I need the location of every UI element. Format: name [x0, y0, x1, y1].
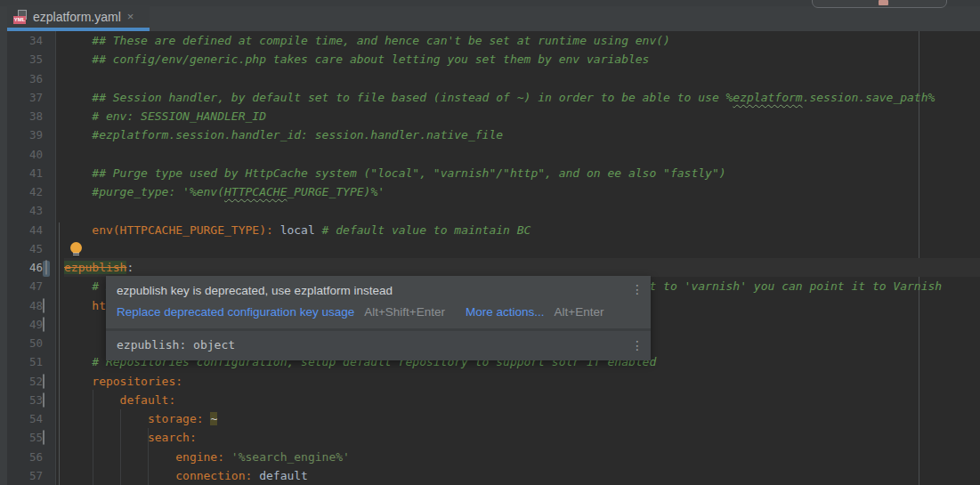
fold-column	[43, 164, 64, 182]
code-segment: connection:	[64, 469, 252, 482]
line-number: 39	[0, 125, 43, 144]
fold-active-region[interactable]	[43, 261, 50, 277]
line-number: 34	[0, 31, 43, 50]
active-tab-underline	[7, 28, 150, 31]
code-text[interactable]: ## These are defined at compile time, an…	[64, 31, 980, 50]
code-line[interactable]: 36	[0, 69, 980, 88]
fold-collapse-icon[interactable]	[43, 430, 45, 445]
code-text[interactable]: ezpublish:	[64, 258, 980, 277]
line-number: 57	[0, 466, 43, 485]
more-actions-shortcut: Alt+Enter	[555, 304, 604, 320]
code-line[interactable]: 55 search:	[0, 428, 980, 447]
line-number: 48	[0, 296, 43, 315]
line-number: 54	[0, 409, 43, 428]
editor-tab-bar: YML ezplatform.yaml ×	[0, 0, 980, 31]
code-text[interactable]: ## Session handler, by default set to fi…	[64, 88, 980, 107]
line-number: 36	[0, 69, 43, 88]
overflow-menu-icon[interactable]: ⋮	[631, 282, 644, 296]
code-segment: search:	[64, 431, 197, 444]
fold-column	[43, 448, 64, 466]
fold-collapse-icon[interactable]	[43, 374, 45, 389]
code-segment: .session.save_path%	[803, 91, 935, 104]
code-text[interactable]	[64, 201, 980, 220]
line-number: 56	[0, 448, 43, 466]
doc-line: ezpublish: object	[117, 337, 631, 353]
line-number: 46	[0, 258, 43, 277]
code-text[interactable]: #purge_type: '%env(HTTPCACHE_PURGE_TYPE)…	[64, 182, 980, 201]
fold-collapse-icon[interactable]	[43, 298, 45, 313]
line-number: 49	[0, 315, 43, 334]
line-number: 40	[0, 145, 43, 164]
code-line[interactable]: 44 env(HTTPCACHE_PURGE_TYPE): local # de…	[0, 221, 980, 239]
code-line[interactable]: 35 ## config/env/generic.php takes care …	[0, 50, 980, 69]
fold-column	[43, 221, 64, 239]
quick-fix-shortcut: Alt+Shift+Enter	[364, 304, 445, 320]
code-line[interactable]: 56 engine: '%search_engine%'	[0, 448, 980, 466]
code-text[interactable]: connection: default	[64, 466, 980, 485]
code-line[interactable]: 57 connection: default	[0, 466, 980, 485]
overflow-menu-icon[interactable]: ⋮	[631, 338, 644, 352]
tab-ezplatform-yaml[interactable]: YML ezplatform.yaml ×	[7, 5, 150, 28]
line-number: 50	[0, 334, 43, 352]
code-text[interactable]	[64, 69, 980, 88]
code-line[interactable]: 37 ## Session handler, by default set to…	[0, 88, 980, 107]
code-text[interactable]: ## Purge type used by HttpCache system (…	[64, 164, 980, 182]
code-segment: ezplatform	[733, 91, 802, 104]
fold-column	[43, 391, 64, 409]
fold-column	[43, 31, 64, 50]
code-line[interactable]: 41 ## Purge type used by HttpCache syste…	[0, 164, 980, 182]
toolbar-widget[interactable]	[812, 0, 947, 8]
code-line[interactable]: 53 default:	[0, 391, 980, 409]
code-text[interactable]	[64, 145, 980, 164]
code-segment: repositories:	[64, 375, 182, 388]
code-segment: # default value to maintain BC	[322, 223, 531, 237]
code-line[interactable]: 34 ## These are defined at compile time,…	[0, 31, 980, 50]
fold-column	[43, 145, 64, 164]
line-number: 45	[0, 239, 43, 258]
line-number: 52	[0, 372, 43, 391]
line-number: 47	[0, 277, 43, 295]
more-actions-link[interactable]: More actions...	[466, 304, 545, 320]
code-line[interactable]: 54 storage: ~	[0, 409, 980, 428]
line-number: 55	[0, 428, 43, 447]
code-line[interactable]: 39 #ezplatform.session.handler_id: sessi…	[0, 125, 980, 144]
code-text[interactable]: engine: '%search_engine%'	[64, 448, 980, 466]
fold-column	[43, 277, 64, 295]
code-text[interactable]: env(HTTPCACHE_PURGE_TYPE): local # defau…	[64, 221, 980, 239]
fold-column	[43, 239, 64, 258]
fold-column	[43, 372, 64, 391]
fold-column	[43, 88, 64, 107]
code-text[interactable]	[64, 239, 980, 258]
fold-collapse-icon[interactable]	[45, 260, 47, 275]
toolbar-mini-icon	[879, 0, 888, 5]
quick-fix-link[interactable]: Replace deprecated configuration key usa…	[117, 304, 354, 320]
fold-column	[43, 182, 64, 201]
code-line[interactable]: 46ezpublish:	[0, 258, 980, 277]
fold-collapse-icon[interactable]	[43, 317, 45, 332]
line-number: 35	[0, 50, 43, 69]
code-line[interactable]: 40	[0, 145, 980, 164]
code-segment: #ezplatform.session.handler_id: session.…	[64, 128, 503, 141]
code-line[interactable]: 52 repositories:	[0, 372, 980, 391]
intention-popup: ezpublish key is deprecated, use ezplatf…	[106, 276, 651, 360]
intention-bulb-icon[interactable]	[70, 242, 82, 256]
code-text[interactable]: search:	[64, 428, 980, 447]
code-line[interactable]: 42 #purge_type: '%env(HTTPCACHE_PURGE_TY…	[0, 182, 980, 201]
fold-collapse-icon[interactable]	[43, 392, 45, 408]
fold-column	[43, 69, 64, 88]
line-number: 38	[0, 107, 43, 125]
code-text[interactable]: storage: ~	[64, 409, 980, 428]
code-line[interactable]: 38 # env: SESSION_HANDLER_ID	[0, 107, 980, 125]
code-text[interactable]: #ezplatform.session.handler_id: session.…	[64, 125, 980, 144]
code-text[interactable]: default:	[64, 391, 980, 409]
tab-close-icon[interactable]: ×	[127, 10, 134, 23]
fold-column	[43, 201, 64, 220]
fold-column	[43, 107, 64, 125]
inspection-message: ezpublish key is deprecated, use ezplatf…	[117, 282, 631, 300]
editor-code-area[interactable]: 34 ## These are defined at compile time,…	[0, 31, 980, 485]
code-line[interactable]: 43	[0, 201, 980, 220]
code-line[interactable]: 45	[0, 239, 980, 258]
code-text[interactable]: # env: SESSION_HANDLER_ID	[64, 107, 980, 125]
code-text[interactable]: ## config/env/generic.php takes care abo…	[64, 50, 980, 69]
code-text[interactable]: repositories:	[64, 372, 980, 391]
